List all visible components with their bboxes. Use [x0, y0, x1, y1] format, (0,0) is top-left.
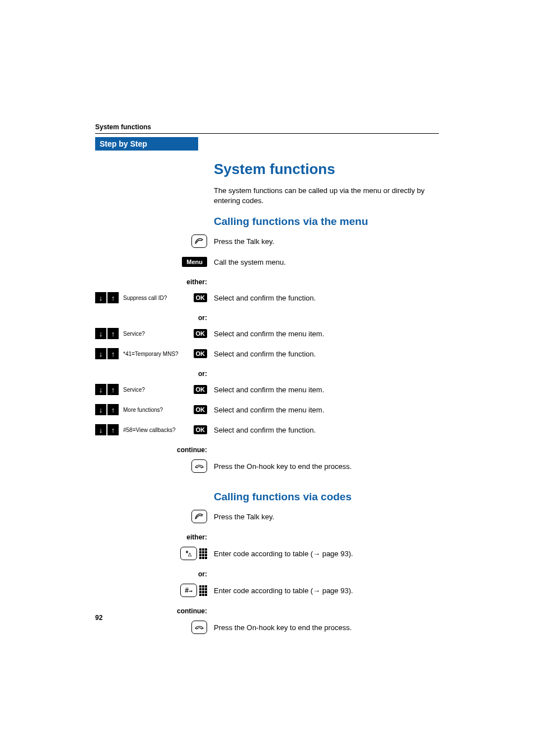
menu-item-desc: Select and confirm the function. [207, 426, 439, 434]
continue-label: continue: [95, 446, 207, 454]
down-arrow-key[interactable] [95, 292, 106, 303]
star-key-icon: *△ [180, 547, 197, 560]
menu-item-desc: Select and confirm the menu item. [207, 386, 439, 394]
down-arrow-key[interactable] [95, 328, 106, 339]
nav-keys[interactable] [95, 328, 119, 339]
ok-softkey[interactable]: OK [194, 425, 208, 434]
ok-softkey[interactable]: OK [194, 293, 208, 302]
onhook-key-icon [191, 621, 207, 634]
either-label: either: [95, 533, 207, 541]
menu-item-label: *41=Temporary MNS? [123, 350, 191, 357]
menu-item-label: #58=View callbacks? [123, 426, 191, 433]
running-header: System functions [95, 123, 439, 131]
menu-item-label: Service? [123, 386, 191, 393]
talk-key-icon [191, 234, 207, 248]
menu-softkey[interactable]: Menu [182, 257, 207, 267]
either-label: either: [95, 278, 207, 286]
code-hash-desc: Enter code according to table (→ page 93… [207, 586, 439, 595]
code-star-desc: Enter code according to table (→ page 93… [207, 550, 439, 558]
or-label: or: [95, 314, 207, 322]
continue-label: continue: [95, 607, 207, 615]
up-arrow-key[interactable] [107, 328, 119, 339]
up-arrow-key[interactable] [107, 348, 119, 359]
step-by-step-header: Step by Step [95, 137, 198, 151]
nav-keys[interactable] [95, 424, 119, 435]
menu-item-desc: Select and confirm the function. [207, 294, 439, 302]
ok-softkey[interactable]: OK [194, 405, 208, 414]
or-label: or: [95, 370, 207, 378]
nav-keys[interactable] [95, 384, 119, 395]
ok-softkey[interactable]: OK [194, 349, 208, 358]
menu-item-desc: Select and confirm the menu item. [207, 406, 439, 414]
page-title: System functions [214, 161, 439, 178]
menu-item-label: More functions? [123, 406, 191, 413]
up-arrow-key[interactable] [107, 404, 119, 415]
nav-keys[interactable] [95, 348, 119, 359]
ok-softkey[interactable]: OK [194, 329, 208, 338]
talk-key-desc: Press the Talk key. [207, 513, 439, 521]
onhook-desc: Press the On-hook key to end the process… [207, 462, 439, 471]
section2-heading: Calling functions via codes [214, 491, 439, 503]
menu-item-desc: Select and confirm the menu item. [207, 330, 439, 338]
keypad-icon [199, 548, 207, 559]
header-rule [95, 133, 439, 134]
page-number: 92 [95, 614, 102, 622]
up-arrow-key[interactable] [107, 292, 119, 303]
down-arrow-key[interactable] [95, 348, 106, 359]
down-arrow-key[interactable] [95, 384, 106, 395]
menu-item-label: Service? [123, 330, 191, 337]
onhook-desc: Press the On-hook key to end the process… [207, 623, 439, 632]
menu-item-desc: Select and confirm the function. [207, 350, 439, 358]
hash-key-icon: #⊸ [180, 584, 197, 597]
down-arrow-key[interactable] [95, 404, 106, 415]
intro-text: The system functions can be called up vi… [214, 186, 439, 205]
onhook-key-icon [191, 459, 207, 473]
up-arrow-key[interactable] [107, 384, 119, 395]
down-arrow-key[interactable] [95, 424, 106, 435]
talk-key-desc: Press the Talk key. [207, 237, 439, 246]
nav-keys[interactable] [95, 292, 119, 303]
ok-softkey[interactable]: OK [194, 385, 208, 394]
keypad-icon [199, 585, 207, 596]
menu-item-label: Suppress call ID? [123, 294, 191, 301]
menu-desc: Call the system menu. [207, 258, 439, 266]
talk-key-icon [191, 510, 207, 523]
section1-heading: Calling functions via the menu [214, 215, 439, 228]
or-label: or: [95, 570, 207, 578]
up-arrow-key[interactable] [107, 424, 119, 435]
nav-keys[interactable] [95, 404, 119, 415]
